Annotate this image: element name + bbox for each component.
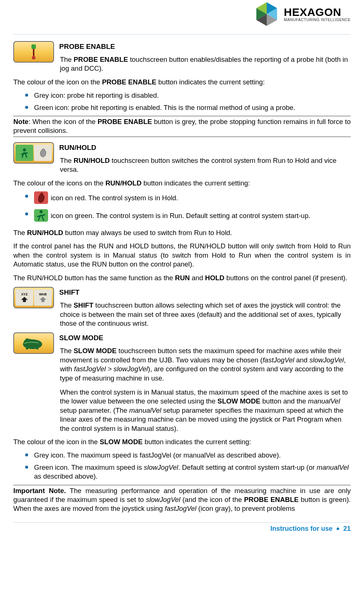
slow-mode-icon — [13, 332, 54, 354]
footer-separator-icon — [337, 527, 339, 530]
run-hold-bullets: icon on red. The control system is in Ho… — [13, 192, 351, 225]
run-walker-icon — [34, 209, 48, 222]
list-item: Grey icon. The maximum speed is fastJogV… — [21, 451, 351, 460]
brand-name: HEXAGON — [284, 7, 351, 18]
list-item: icon on red. The control system is in Ho… — [21, 192, 351, 207]
svg-point-13 — [26, 338, 28, 341]
hold-hand-icon — [34, 191, 48, 204]
brand-logo: HEXAGON MANUFACTURING INTELLIGENCE — [253, 1, 351, 27]
svg-point-10 — [23, 148, 26, 151]
section-probe-enable: PROBE ENABLE The PROBE ENABLE touchscree… — [13, 41, 351, 137]
run-hold-switch1: The RUN/HOLD button may always be used t… — [13, 228, 351, 237]
page-footer: Instructions for use 21 — [13, 522, 351, 533]
slow-mode-p1: The SLOW MODE touchscreen button sets th… — [60, 346, 351, 383]
probe-enable-note: Note: When the icon of the PROBE ENABLE … — [13, 116, 351, 137]
slow-mode-important-note: Important Note. The measuring performanc… — [13, 485, 351, 513]
run-hold-icon — [13, 142, 54, 164]
shift-desc: The SHIFT touchscreen button allows sele… — [60, 301, 351, 328]
shift-icon: XYZ WAB — [13, 287, 54, 308]
brand-subtitle: MANUFACTURING INTELLIGENCE — [284, 18, 351, 22]
run-hold-same: The RUN/HOLD button has the same functio… — [13, 274, 351, 282]
section-run-hold: RUN/HOLD The RUN/HOLD touchscreen button… — [13, 142, 351, 282]
slow-mode-bullets: Grey icon. The maximum speed is fastJogV… — [13, 451, 351, 481]
slow-mode-p2: When the control system is in Manual sta… — [60, 388, 351, 433]
list-item: Green icon. The maximum speed is slowJog… — [21, 463, 351, 481]
slow-mode-setting-intro: The colour of the icon in the SLOW MODE … — [13, 438, 351, 446]
run-hold-desc: The RUN/HOLD touchscreen button switches… — [60, 156, 351, 174]
svg-rect-7 — [31, 44, 36, 49]
svg-rect-14 — [26, 347, 28, 349]
section-slow-mode: SLOW MODE The SLOW MODE touchscreen butt… — [13, 332, 351, 513]
footer-page-number: 21 — [343, 525, 351, 532]
run-hold-setting-intro: The colour of the icons on the RUN/HOLD … — [13, 179, 351, 188]
svg-point-11 — [40, 210, 43, 213]
hexagon-logo-icon — [253, 1, 280, 27]
slow-mode-title: SLOW MODE — [13, 332, 351, 342]
run-hold-switch2: If the control panel has the RUN and HOL… — [13, 242, 351, 269]
probe-enable-bullets: Grey icon: probe hit reporting is disabl… — [13, 91, 351, 112]
svg-rect-15 — [36, 347, 38, 349]
list-item: Green icon: probe hit reporting is enabl… — [21, 103, 351, 112]
list-item: Grey icon: probe hit reporting is disabl… — [21, 91, 351, 100]
section-shift: XYZ WAB SHIFT The SHIFT touchscreen butt… — [13, 287, 351, 332]
probe-enable-desc: The PROBE ENABLE touchscreen button enab… — [60, 55, 351, 73]
probe-enable-icon — [13, 41, 54, 63]
probe-enable-setting-intro: The colour of the icon on the PROBE ENAB… — [13, 78, 351, 87]
probe-enable-title: PROBE ENABLE — [13, 41, 351, 51]
run-hold-title: RUN/HOLD — [13, 142, 351, 152]
list-item: icon on green. The control system is in … — [21, 210, 351, 225]
svg-point-9 — [32, 56, 36, 60]
shift-title: SHIFT — [13, 287, 351, 296]
page-header: HEXAGON MANUFACTURING INTELLIGENCE — [13, 0, 351, 34]
footer-label: Instructions for use — [270, 525, 333, 532]
svg-rect-8 — [33, 49, 34, 56]
